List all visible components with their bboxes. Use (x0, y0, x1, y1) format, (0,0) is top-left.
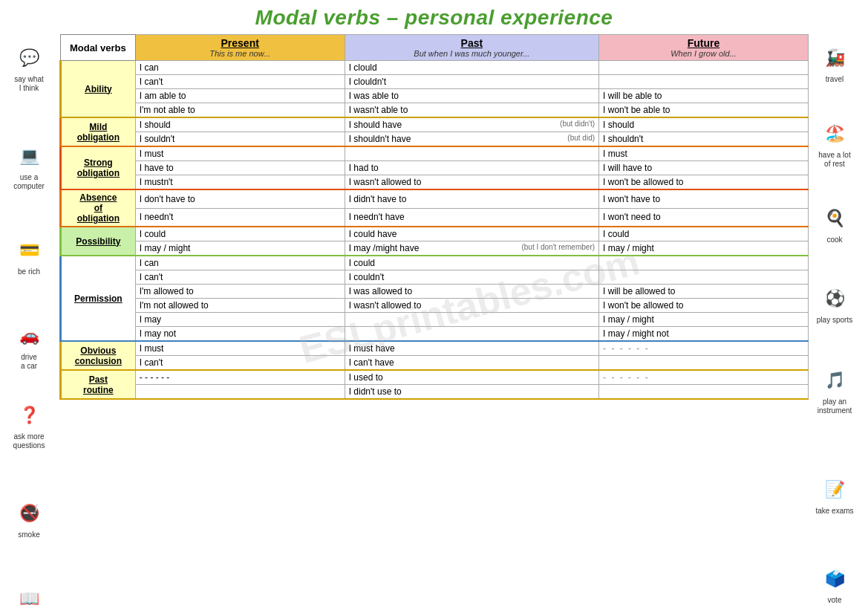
category-label: Absenceofobligation (77, 192, 120, 224)
right-item-3: 🍳 cook (815, 201, 855, 244)
read-icon: 📖 (9, 582, 50, 610)
future-cell: I may / might (599, 241, 809, 256)
present-cell: I needn't (135, 208, 345, 227)
right-label-5: play aninstrument (818, 398, 852, 415)
right-label-3: cook (826, 236, 842, 244)
present-cell: I don't have to (135, 189, 345, 208)
left-label-5: ask morequestions (13, 432, 45, 450)
past-cell: I could (345, 256, 598, 270)
present-cell: I can't (135, 75, 345, 89)
table-row: I mustn'tI wasn't allowed toI won't be a… (61, 175, 809, 190)
present-cell: I must (135, 146, 345, 161)
present-cell: I may (135, 313, 345, 327)
table-row: I can'tI clouldn't (61, 75, 809, 89)
future-cell: I will be able to (599, 89, 809, 103)
category-label: Permission (74, 293, 123, 304)
table-header-row: Modal verbs Present This is me now... Pa… (61, 35, 809, 61)
future-cell (599, 256, 809, 270)
left-item-6: 🚭 smoke (9, 496, 50, 539)
future-cell: I could (599, 227, 809, 241)
future-cell: I must (599, 146, 809, 161)
right-item-4: ⚽ play sports (815, 282, 855, 325)
exams-icon: 📝 (815, 473, 855, 506)
present-sub: This is me now... (140, 49, 341, 58)
past-cell: I must have (345, 341, 598, 356)
past-cell: I couldn't (345, 270, 598, 285)
present-cell: I may / might (135, 241, 345, 256)
left-item-4: 🚗 drivea car (9, 319, 50, 371)
past-cell: I was able to (345, 89, 598, 103)
category-label: Mildobligation (77, 122, 120, 143)
left-item-1: 💬 say whatI think (9, 41, 50, 93)
credit-card-icon: 💳 (9, 233, 50, 267)
instrument-icon: 🎵 (815, 363, 855, 397)
table-row: I'm allowed toI was allowed toI will be … (61, 285, 809, 299)
table-row: I am able toI was able toI will be able … (61, 89, 809, 103)
cook-icon: 🍳 (815, 201, 855, 235)
past-cell: I shouldn't have (but did) (345, 132, 598, 147)
left-sidebar: 💬 say whatI think 💻 use acomputer 💳 be r… (0, 41, 58, 610)
page-title: Modal verbs – personal experience (0, 0, 868, 33)
page-wrapper: Modal verbs – personal experience ESLpri… (0, 0, 868, 610)
present-cell: I can't (135, 356, 345, 371)
future-cell: I won't be allowed to (599, 175, 809, 190)
future-cell: I may / might not (599, 327, 809, 342)
past-cell: I didn't have to (345, 189, 598, 208)
past-cell: I clouldn't (345, 75, 598, 89)
present-cell: I'm not allowed to (135, 299, 345, 313)
category-cell: Pastroutine (61, 370, 136, 399)
header-past: Past But when I was much younger... (345, 35, 598, 61)
category-cell: Strongobligation (61, 146, 136, 189)
past-cell: I can't have (345, 356, 598, 371)
future-cell: I will be allowed to (599, 285, 809, 299)
right-item-5: 🎵 play aninstrument (815, 363, 855, 415)
present-cell: I souldn't (135, 132, 345, 147)
present-cell: I have to (135, 161, 345, 175)
header-future: Future When I grow old... (599, 35, 809, 61)
future-cell: I will have to (599, 161, 809, 175)
category-cell: Permission (61, 256, 136, 341)
right-label-4: play sports (817, 316, 852, 325)
present-cell: I am able to (135, 89, 345, 103)
left-label-2: use acomputer (13, 173, 45, 191)
past-cell: I wasn't allowed to (345, 299, 598, 313)
past-cell: I should have (but didn't) (345, 117, 598, 132)
future-cell: I won't be allowed to (599, 299, 809, 313)
right-item-7: 🗳️ vote (815, 562, 855, 605)
left-label-4: drivea car (21, 353, 37, 371)
table-row: I have toI had toI will have to (61, 161, 809, 175)
table-row: StrongobligationI mustI must (61, 146, 809, 161)
table-row: I needn'tI needn't haveI won't need to (61, 208, 809, 227)
header-present: Present This is me now... (135, 35, 345, 61)
future-cell: - - - - - - (599, 341, 809, 356)
right-item-1: 🚂 travel (815, 41, 855, 84)
future-cell: - - - - - - (599, 370, 809, 385)
past-cell (345, 313, 598, 327)
present-cell: I mustn't (135, 175, 345, 190)
past-sub: But when I was much younger... (349, 49, 595, 58)
modal-verbs-table: Modal verbs Present This is me now... Pa… (59, 34, 809, 400)
smoke-icon: 🚭 (9, 496, 50, 530)
future-cell (599, 61, 809, 75)
question-icon: ❓ (9, 398, 50, 432)
main-table-container: Modal verbs Present This is me now... Pa… (59, 33, 809, 400)
category-cell: Absenceofobligation (61, 189, 136, 227)
table-row: I can'tI couldn't (61, 270, 809, 285)
category-cell: Possibility (61, 227, 136, 256)
past-cell: I may /might have (but I don't remember) (345, 241, 598, 256)
past-cell (345, 327, 598, 342)
left-item-7: 📖 read (9, 582, 50, 610)
table-row: I'm not allowed toI wasn't allowed toI w… (61, 299, 809, 313)
present-cell: I'm not able to (135, 103, 345, 118)
future-cell (599, 270, 809, 285)
past-cell: I wasn't able to (345, 103, 598, 118)
right-label-1: travel (826, 75, 843, 84)
category-label: Strongobligation (77, 158, 120, 178)
category-cell: Mildobligation (61, 117, 136, 146)
present-cell: I can't (135, 270, 345, 285)
future-sub: When I grow old... (603, 49, 804, 58)
header-modal-verbs: Modal verbs (61, 35, 136, 61)
table-row: I'm not able toI wasn't able toI won't b… (61, 103, 809, 118)
speech-bubble-icon: 💬 (9, 41, 50, 74)
past-cell: I needn't have (345, 208, 598, 227)
